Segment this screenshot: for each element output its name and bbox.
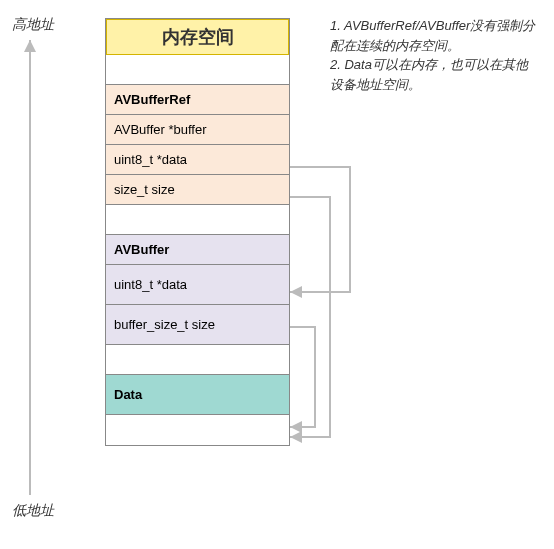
avbuffer-field-data: uint8_t *data (106, 265, 289, 305)
avbufferref-field-size: size_t size (106, 175, 289, 205)
avbuffer-header: AVBuffer (106, 235, 289, 265)
memory-space-box: 内存空间 AVBufferRef AVBuffer *buffer uint8_… (105, 18, 290, 446)
gap-cell (106, 205, 289, 235)
high-address-label: 高地址 (12, 16, 54, 34)
memory-title: 内存空间 (106, 19, 289, 55)
avbufferref-header: AVBufferRef (106, 85, 289, 115)
avbuffer-field-size: buffer_size_t size (106, 305, 289, 345)
diagram-root: 高地址 低地址 内存空间 AVBufferRef AVBuffer *buffe… (0, 0, 554, 549)
gap-cell (106, 55, 289, 85)
avbufferref-field-data: uint8_t *data (106, 145, 289, 175)
data-block: Data (106, 375, 289, 415)
gap-cell (106, 415, 289, 445)
note-line-1: 1. AVBufferRef/AVBuffer没有强制分配在连续的内存空间。 (330, 16, 540, 55)
note-line-2: 2. Data可以在内存，也可以在其他设备地址空间。 (330, 55, 540, 94)
gap-cell (106, 345, 289, 375)
low-address-label: 低地址 (12, 502, 54, 520)
avbufferref-field-buffer: AVBuffer *buffer (106, 115, 289, 145)
notes-block: 1. AVBufferRef/AVBuffer没有强制分配在连续的内存空间。 2… (330, 16, 540, 94)
